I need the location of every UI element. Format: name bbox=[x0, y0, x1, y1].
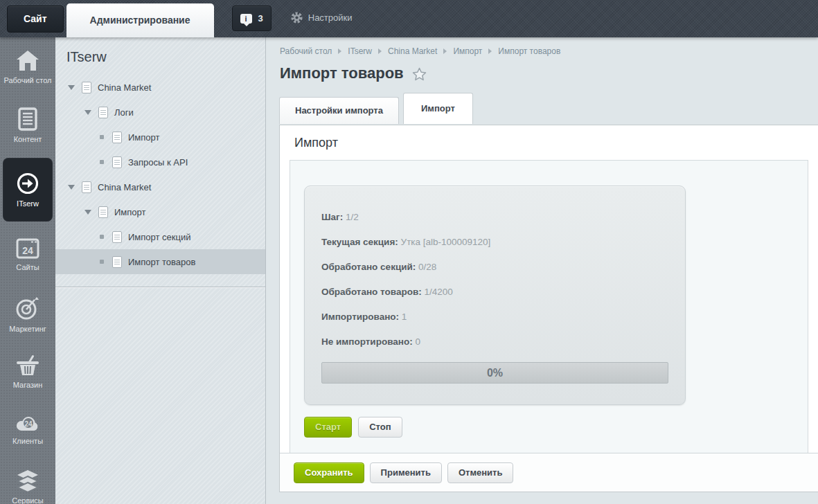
arrow-circle-icon bbox=[16, 172, 39, 195]
collapse-arrow-icon[interactable] bbox=[85, 110, 91, 115]
breadcrumb-link[interactable]: China Market bbox=[388, 46, 437, 56]
tree-item-api-requests[interactable]: Запросы к API bbox=[55, 150, 265, 174]
sidebar-item-sites[interactable]: 24 Сайты bbox=[0, 226, 55, 284]
tree-item-label: China Market bbox=[98, 82, 151, 93]
tree-item-china-market-2[interactable]: China Market bbox=[55, 174, 265, 199]
status-label: Импортировано: bbox=[321, 312, 399, 322]
svg-text:24: 24 bbox=[24, 420, 33, 428]
page-title: Импорт товаров bbox=[280, 64, 404, 82]
bullet-icon bbox=[100, 260, 104, 264]
breadcrumb-link[interactable]: ITserw bbox=[348, 46, 372, 56]
tree-item-china-market-1[interactable]: China Market bbox=[55, 75, 265, 100]
status-value: 0/28 bbox=[418, 262, 436, 272]
collapse-arrow-icon[interactable] bbox=[85, 210, 91, 215]
cancel-button[interactable]: Отменить bbox=[447, 462, 514, 483]
home-icon bbox=[15, 49, 40, 72]
tree-item-label: Импорт bbox=[114, 207, 145, 217]
apply-button[interactable]: Применить bbox=[370, 462, 442, 483]
status-row-imported: Импортировано: 1 bbox=[321, 305, 668, 330]
tree-item-label: China Market bbox=[98, 182, 151, 192]
status-label: Шаг: bbox=[321, 212, 343, 222]
breadcrumb-link[interactable]: Импорт bbox=[453, 46, 482, 56]
section-title: Импорт bbox=[280, 125, 818, 160]
layers-icon bbox=[15, 470, 40, 492]
sidebar-item-shop[interactable]: Магазин bbox=[0, 342, 55, 400]
save-button[interactable]: Сохранить bbox=[294, 462, 364, 483]
tab-content: Импорт Шаг: 1/2 Текущая секция: Утка [al… bbox=[279, 125, 818, 492]
tree-item-label: Логи bbox=[114, 107, 134, 118]
status-value: Утка [alb-100009120] bbox=[401, 237, 491, 247]
page-icon bbox=[112, 156, 122, 168]
module-sidebar: Рабочий стол Контент ITserw bbox=[0, 37, 55, 504]
topbar: Сайт Администрирование i 3 Настройки bbox=[0, 0, 818, 37]
status-label: Текущая секция: bbox=[321, 237, 398, 247]
status-label: Обработано товаров: bbox=[321, 287, 422, 297]
sidebar-item-label: Маркетинг bbox=[0, 325, 55, 333]
collapse-arrow-icon[interactable] bbox=[68, 185, 75, 190]
bullet-icon bbox=[100, 235, 104, 239]
page-icon bbox=[112, 132, 122, 143]
page-icon bbox=[82, 82, 91, 93]
sidebar-item-label: Клиенты bbox=[0, 437, 55, 445]
breadcrumb: Рабочий стол ITserw China Market Импорт … bbox=[266, 37, 818, 56]
tree-item-label: Импорт bbox=[128, 132, 159, 143]
sidebar-item-itserw[interactable]: ITserw bbox=[3, 158, 53, 222]
sidebar-item-label: Магазин bbox=[0, 381, 55, 389]
tab-import-settings[interactable]: Настройки импорта bbox=[279, 97, 399, 124]
page-icon bbox=[112, 231, 122, 243]
basket-icon bbox=[15, 354, 40, 377]
administration-tab[interactable]: Администрирование bbox=[66, 3, 214, 37]
breadcrumb-link[interactable]: Импорт товаров bbox=[498, 46, 560, 56]
main-content: Рабочий стол ITserw China Market Импорт … bbox=[266, 37, 818, 504]
status-value: 1 bbox=[402, 312, 407, 322]
page-icon bbox=[98, 107, 108, 118]
status-value: 0 bbox=[415, 336, 420, 347]
sidebar-item-desktop[interactable]: Рабочий стол bbox=[0, 37, 55, 96]
breadcrumb-separator-icon bbox=[338, 48, 341, 54]
tab-import[interactable]: Импорт bbox=[403, 93, 473, 124]
settings-label: Настройки bbox=[308, 12, 353, 23]
sidebar-item-services[interactable]: Сервисы bbox=[0, 458, 55, 504]
start-button[interactable]: Старт bbox=[304, 417, 352, 438]
status-label: Обработано секций: bbox=[321, 262, 416, 272]
tree-item-import[interactable]: Импорт bbox=[55, 199, 265, 224]
tree-item-label: Импорт товаров bbox=[128, 257, 195, 267]
import-form-area: Шаг: 1/2 Текущая секция: Утка [alb-10000… bbox=[290, 160, 808, 453]
tree-item-import-sections[interactable]: Импорт секций bbox=[55, 224, 265, 249]
tree-item-import-log[interactable]: Импорт bbox=[55, 125, 265, 150]
page-icon bbox=[98, 206, 108, 218]
status-label: Не импортировано: bbox=[321, 336, 413, 347]
breadcrumb-separator-icon bbox=[443, 48, 447, 54]
notifications-button[interactable]: i 3 bbox=[232, 6, 272, 31]
star-icon[interactable] bbox=[412, 67, 427, 81]
status-value: 1/2 bbox=[346, 212, 359, 222]
breadcrumb-link[interactable]: Рабочий стол bbox=[280, 46, 332, 56]
settings-button[interactable]: Настройки bbox=[291, 12, 353, 24]
breadcrumb-separator-icon bbox=[488, 48, 492, 54]
sidebar-item-content[interactable]: Контент bbox=[0, 96, 55, 154]
status-row-not-imported: Не импортировано: 0 bbox=[321, 330, 668, 354]
tree-item-logs[interactable]: Логи bbox=[55, 100, 265, 125]
sidebar-item-clients[interactable]: 24 Клиенты bbox=[0, 400, 55, 458]
status-row-products-processed: Обработано товаров: 1/4200 bbox=[321, 280, 668, 305]
svg-text:24: 24 bbox=[22, 245, 33, 256]
collapse-arrow-icon[interactable] bbox=[68, 85, 75, 90]
sidebar-item-label: ITserw bbox=[3, 199, 53, 208]
sidebar-item-label: Сайты bbox=[0, 263, 55, 271]
site-tab[interactable]: Сайт bbox=[7, 6, 64, 33]
status-row-sections-processed: Обработано секций: 0/28 bbox=[321, 255, 668, 280]
sidebar-item-label: Рабочий стол bbox=[0, 76, 55, 84]
stop-button[interactable]: Стоп bbox=[358, 417, 402, 438]
status-row-step: Шаг: 1/2 bbox=[321, 205, 668, 230]
cloud-24-icon: 24 bbox=[15, 412, 40, 433]
form-footer: Сохранить Применить Отменить bbox=[280, 453, 818, 492]
target-icon bbox=[15, 296, 40, 321]
breadcrumb-separator-icon bbox=[378, 48, 382, 54]
tree-item-label: Запросы к API bbox=[128, 157, 188, 168]
sidebar-item-marketing[interactable]: Маркетинг bbox=[0, 284, 55, 342]
tree-divider bbox=[55, 287, 265, 287]
sidebar-item-label: Сервисы bbox=[0, 496, 55, 504]
page-icon bbox=[112, 256, 122, 268]
bullet-icon bbox=[100, 160, 104, 164]
tree-item-import-products[interactable]: Импорт товаров bbox=[55, 249, 265, 274]
